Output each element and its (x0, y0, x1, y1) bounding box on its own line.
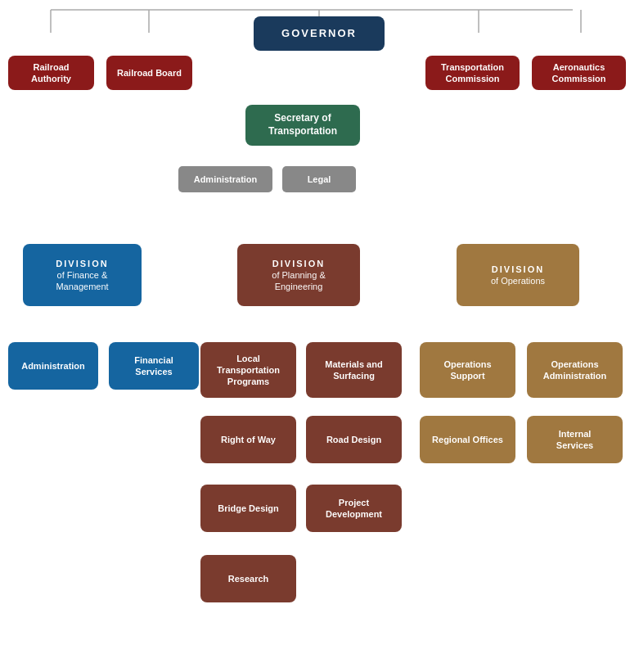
aeronautics-commission-node: AeronauticsCommission (532, 56, 626, 90)
administration-child-node: Administration (8, 342, 98, 390)
secretary-node: Secretary ofTransportation (245, 105, 360, 146)
div-planning-node: DIVISION of Planning &Engineering (237, 244, 360, 306)
local-transportation-node: LocalTransportationPrograms (200, 342, 296, 398)
legal-node: Legal (282, 166, 356, 192)
regional-offices-node: Regional Offices (420, 416, 515, 463)
railroad-authority-node: RailroadAuthority (8, 56, 94, 90)
ops-admin-node: OperationsAdministration (527, 342, 623, 398)
materials-surfacing-node: Materials andSurfacing (306, 342, 402, 398)
financial-services-node: FinancialServices (109, 342, 199, 390)
project-development-node: ProjectDevelopment (306, 485, 402, 532)
transportation-commission-node: TransportationCommission (425, 56, 520, 90)
bridge-design-node: Bridge Design (200, 485, 296, 532)
governor-node: GOVERNOR (254, 16, 385, 51)
div-finance-node: DIVISION of Finance &Management (23, 244, 142, 306)
road-design-node: Road Design (306, 416, 402, 463)
right-of-way-node: Right of Way (200, 416, 296, 463)
internal-services-node: InternalServices (527, 416, 623, 463)
ops-support-node: OperationsSupport (420, 342, 515, 398)
div-operations-node: DIVISION of Operations (457, 244, 579, 306)
railroad-board-node: Railroad Board (106, 56, 192, 90)
org-chart: GOVERNOR RailroadAuthority Railroad Boar… (0, 0, 639, 33)
research-node: Research (200, 555, 296, 602)
administration-staff-node: Administration (178, 166, 272, 192)
